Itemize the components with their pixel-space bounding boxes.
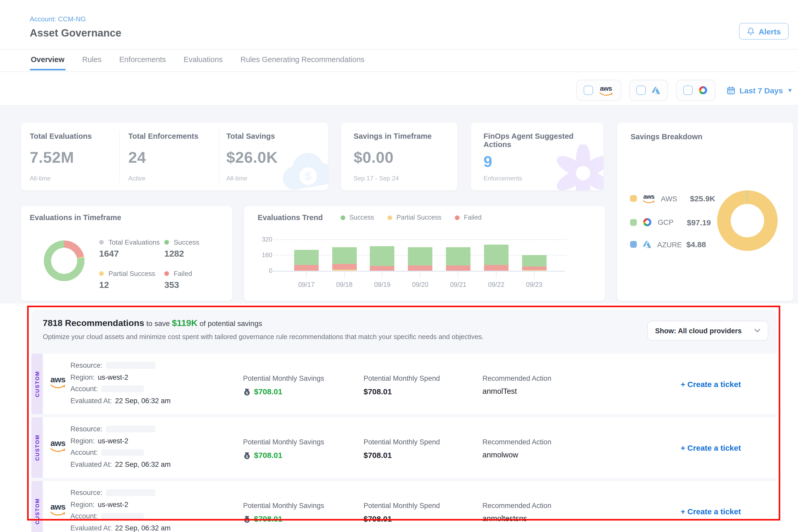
evaluations-in-timeframe-card: Evaluations in Timeframe Total Evaluatio… [21, 206, 232, 301]
recommendation-row: CUSTOM aws Resource: Region:us-west-2 Ac… [31, 354, 777, 414]
gcp-savings-value: $97.19 [687, 218, 711, 227]
aws-logo-icon: aws [642, 193, 656, 204]
recommended-action-column: Recommended Action anmoltestsns [482, 502, 551, 522]
create-ticket-button[interactable]: + Create a ticket [681, 507, 741, 516]
total-evaluations-sub: All-time [30, 175, 113, 182]
legend-total-evaluations: Total Evaluations 1647 [99, 239, 160, 259]
ytick-0: 0 [251, 267, 272, 274]
total-enforcements-value: 24 [128, 149, 212, 166]
trend-bar: 09/19 [363, 240, 401, 271]
redacted-account-value [101, 385, 144, 392]
legend-failed: 353Failed 353 [164, 270, 192, 290]
aws-checkbox[interactable] [583, 86, 593, 95]
chevron-down-icon [754, 328, 760, 333]
trend-bar: 09/22 [477, 240, 515, 271]
azure-label: AZURE [657, 240, 681, 249]
svg-text:$: $ [246, 518, 248, 522]
gray-dot-icon [99, 240, 104, 245]
gcp-label: GCP [658, 218, 682, 226]
yellow-dot-icon [99, 271, 104, 276]
money-bag-icon: $ [243, 451, 251, 459]
tab-rules[interactable]: Rules [81, 52, 102, 71]
potential-monthly-savings-column: Potential Monthly Savings $ $708.01 [243, 375, 324, 396]
finops-actions-card: FinOps Agent Suggested Actions 9 Enforce… [471, 122, 604, 190]
aws-filter-button[interactable]: aws [576, 80, 621, 101]
resource-details: Resource: Region:us-west-2 Account: Eval… [71, 488, 171, 532]
aws-logo-icon: aws [49, 439, 67, 452]
tabs-divider [0, 72, 798, 72]
tab-rules-generating-recommendations[interactable]: Rules Generating Recommendations [240, 52, 366, 71]
aws-logo-icon: aws [49, 376, 67, 388]
tab-evaluations[interactable]: Evaluations [183, 52, 224, 71]
redacted-resource-value [106, 362, 155, 369]
evaluations-trend-card: Evaluations Trend Success Partial Succes… [244, 206, 605, 301]
chevron-down-icon: ▼ [787, 87, 793, 93]
create-ticket-button[interactable]: + Create a ticket [681, 380, 741, 388]
trend-bar-chart: 09/1709/1809/1909/2009/2109/2209/23 [287, 240, 553, 271]
azure-checkbox[interactable] [636, 86, 645, 95]
header-divider [0, 49, 798, 50]
trend-bar: 09/21 [439, 240, 477, 271]
page-title: Asset Governance [30, 27, 121, 39]
gcp-checkbox[interactable] [683, 86, 692, 95]
calendar-icon [726, 86, 735, 95]
x-axis-label: 09/20 [412, 281, 429, 288]
redacted-account-value [101, 449, 144, 456]
savings-breakdown-title: Savings Breakdown [631, 132, 703, 141]
yellow-dot-icon [387, 215, 392, 220]
aws-logo-icon: aws [598, 85, 614, 96]
resource-details: Resource: Region:us-west-2 Account: Eval… [71, 361, 171, 405]
account-breadcrumb[interactable]: Account: CCM-NG [30, 15, 86, 23]
filter-row: aws Last 7 Days ▼ [576, 80, 793, 101]
recommended-action-column: Recommended Action anmolwow [482, 438, 551, 459]
recommendations-header: 7818 Recommendations to save $119K of po… [43, 318, 484, 341]
recommendations-panel: 7818 Recommendations to save $119K of po… [31, 310, 777, 532]
trend-bar: 09/20 [401, 240, 439, 271]
aws-swatch [630, 195, 637, 202]
create-ticket-button[interactable]: + Create a ticket [681, 443, 741, 452]
money-bag-icon: $ [243, 387, 251, 396]
x-axis-label: 09/19 [374, 281, 391, 288]
azure-logo-icon [642, 240, 652, 249]
total-enforcements-label: Total Enforcements [128, 132, 212, 140]
finops-actions-label: FinOps Agent Suggested Actions [483, 132, 598, 149]
recommended-action-column: Recommended Action anmolTest [482, 375, 551, 395]
ytick-320: 320 [251, 236, 272, 243]
aws-label: AWS [661, 194, 685, 203]
potential-monthly-spend-column: Potential Monthly Spend $708.01 [363, 438, 440, 459]
tab-overview[interactable]: Overview [30, 52, 65, 71]
evaluations-donut-chart [44, 241, 84, 281]
cloud-provider-filter-dropdown[interactable]: Show: All cloud providers [647, 321, 768, 341]
total-savings-sub: All-time [226, 175, 315, 182]
gcp-swatch [630, 219, 637, 226]
aws-logo-icon: aws [49, 503, 67, 516]
x-axis-label: 09/22 [488, 281, 505, 288]
gcp-filter-button[interactable] [676, 80, 715, 101]
total-evaluations-value: 7.52M [30, 149, 113, 166]
recommendation-row: CUSTOM aws Resource: Region:us-west-2 Ac… [31, 417, 777, 478]
x-axis-label: 09/23 [526, 281, 543, 288]
legend-partial-success: Partial Success 12 [99, 270, 155, 290]
finops-actions-sub: Enforcements [483, 175, 598, 182]
breakdown-gcp-row: GCP $97.19 [630, 217, 711, 227]
finops-actions-value: 9 [483, 153, 598, 171]
azure-filter-button[interactable] [629, 80, 668, 101]
date-range-picker[interactable]: Last 7 Days ▼ [726, 86, 793, 95]
tab-bar: Overview Rules Enforcements Evaluations … [30, 52, 366, 71]
resource-details: Resource: Region:us-west-2 Account: Eval… [71, 424, 171, 469]
potential-monthly-savings-column: Potential Monthly Savings $ $708.01 [243, 502, 324, 523]
tab-enforcements[interactable]: Enforcements [118, 52, 167, 71]
total-savings-label: Total Savings [226, 132, 315, 140]
kpi-divider [219, 130, 220, 183]
total-enforcements-sub: Active [128, 175, 212, 182]
x-axis-line [270, 271, 565, 272]
potential-monthly-spend-column: Potential Monthly Spend $708.01 [363, 502, 440, 523]
trend-bar: 09/23 [515, 240, 553, 271]
azure-swatch [630, 241, 637, 248]
alerts-button[interactable]: Alerts [739, 23, 788, 40]
redacted-resource-value [106, 425, 155, 432]
total-evaluations-label: Total Evaluations [30, 132, 113, 140]
gcp-logo-icon [698, 85, 708, 95]
kpi-divider [119, 130, 120, 183]
azure-logo-icon [651, 86, 661, 95]
